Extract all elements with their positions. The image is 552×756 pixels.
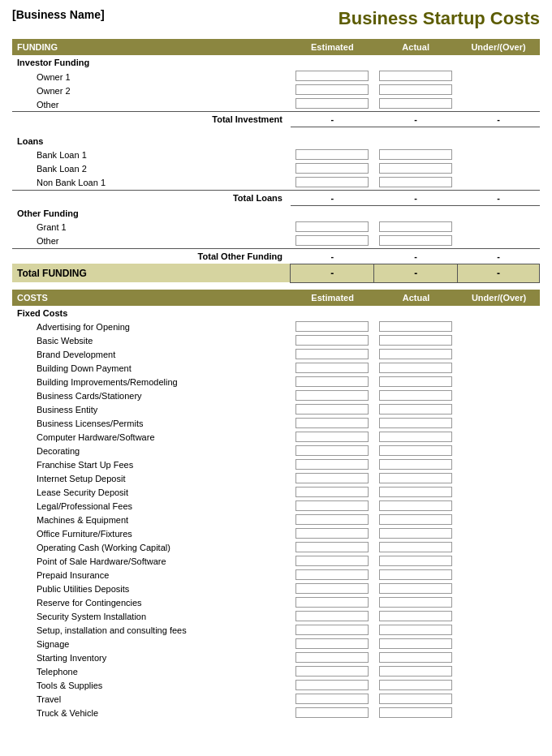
building-improvements-row: Building Improvements/Remodeling <box>12 376 540 389</box>
non-bank-loan1-actual-input[interactable] <box>379 177 452 187</box>
grant1-actual-input[interactable] <box>379 221 452 232</box>
other-funding-other-estimated-input[interactable] <box>295 235 369 246</box>
lease-security-estimated-input[interactable] <box>295 487 369 497</box>
bank-loan1-estimated-input[interactable] <box>295 149 369 160</box>
public-utilities-actual-input[interactable] <box>379 583 452 594</box>
funding-under-over-header: Under/(Over) <box>458 39 540 55</box>
owner1-label: Owner 1 <box>12 70 291 84</box>
investor-other-actual-input[interactable] <box>379 98 452 109</box>
computer-hardware-estimated-input[interactable] <box>295 432 369 442</box>
bank-loan1-row: Bank Loan 1 <box>12 148 540 162</box>
franchise-actual-input[interactable] <box>379 459 452 470</box>
advertising-actual-input[interactable] <box>379 321 452 332</box>
truck-vehicle-label: Truck & Vehicle <box>12 707 291 720</box>
setup-installation-estimated-input[interactable] <box>295 625 369 635</box>
basic-website-actual-input[interactable] <box>379 335 452 346</box>
reserve-contingencies-actual-input[interactable] <box>379 597 452 608</box>
tools-supplies-actual-input[interactable] <box>379 680 452 690</box>
non-bank-loan1-estimated-input[interactable] <box>295 177 369 187</box>
grant1-estimated-input[interactable] <box>295 221 369 232</box>
computer-hardware-actual-input[interactable] <box>379 432 452 442</box>
building-improvements-actual-input[interactable] <box>379 376 452 387</box>
internet-setup-actual-input[interactable] <box>379 473 452 483</box>
business-cards-estimated-input[interactable] <box>295 390 369 401</box>
bank-loan2-actual-input[interactable] <box>379 163 452 174</box>
brand-development-estimated-input[interactable] <box>295 349 369 359</box>
funding-label: FUNDING <box>12 39 291 55</box>
security-system-estimated-input[interactable] <box>295 611 369 621</box>
decorating-estimated-input[interactable] <box>295 445 369 456</box>
building-improvements-estimated-input[interactable] <box>295 376 369 387</box>
grant1-label: Grant 1 <box>12 221 291 234</box>
truck-vehicle-estimated-input[interactable] <box>295 707 369 718</box>
franchise-row: Franchise Start Up Fees <box>12 458 540 472</box>
machines-equipment-actual-input[interactable] <box>379 514 452 525</box>
starting-inventory-estimated-input[interactable] <box>295 652 369 663</box>
other-funding-other-actual-input[interactable] <box>379 235 452 246</box>
reserve-contingencies-estimated-input[interactable] <box>295 597 369 608</box>
operating-cash-estimated-input[interactable] <box>295 542 369 552</box>
franchise-estimated-input[interactable] <box>295 459 369 470</box>
prepaid-insurance-estimated-input[interactable] <box>295 569 369 580</box>
owner2-actual-input[interactable] <box>379 84 452 95</box>
building-down-payment-estimated-input[interactable] <box>295 363 369 373</box>
truck-vehicle-actual-input[interactable] <box>379 707 452 718</box>
owner2-estimated-input[interactable] <box>295 84 369 95</box>
reserve-contingencies-row: Reserve for Contingencies <box>12 596 540 610</box>
business-cards-label: Business Cards/Stationery <box>12 389 291 403</box>
public-utilities-estimated-input[interactable] <box>295 583 369 594</box>
investor-other-estimated-input[interactable] <box>295 98 369 109</box>
operating-cash-actual-input[interactable] <box>379 542 452 552</box>
computer-hardware-label: Computer Hardware/Software <box>12 431 291 445</box>
tools-supplies-estimated-input[interactable] <box>295 680 369 690</box>
owner1-estimated-input[interactable] <box>295 71 369 81</box>
legal-professional-actual-input[interactable] <box>379 500 452 511</box>
total-funding-actual: - <box>374 264 458 282</box>
total-funding-label: Total FUNDING <box>12 264 291 282</box>
business-licenses-row: Business Licenses/Permits <box>12 417 540 431</box>
signage-estimated-input[interactable] <box>295 638 369 649</box>
office-furniture-row: Office Furniture/Fixtures <box>12 527 540 541</box>
prepaid-insurance-actual-input[interactable] <box>379 569 452 580</box>
business-licenses-estimated-input[interactable] <box>295 418 369 428</box>
office-furniture-actual-input[interactable] <box>379 528 452 539</box>
business-entity-actual-input[interactable] <box>379 404 452 415</box>
security-system-row: Security System Installation <box>12 610 540 624</box>
decorating-actual-input[interactable] <box>379 445 452 456</box>
point-of-sale-estimated-input[interactable] <box>295 556 369 566</box>
brand-development-label: Brand Development <box>12 348 291 362</box>
owner2-estimated <box>291 84 374 97</box>
owner1-row: Owner 1 <box>12 70 540 84</box>
non-bank-loan1-actual <box>374 176 458 191</box>
security-system-actual-input[interactable] <box>379 611 452 621</box>
legal-professional-estimated-input[interactable] <box>295 500 369 511</box>
bank-loan2-estimated-input[interactable] <box>295 163 369 174</box>
point-of-sale-actual-input[interactable] <box>379 556 452 566</box>
owner1-actual-input[interactable] <box>379 71 452 81</box>
telephone-actual-input[interactable] <box>379 666 452 677</box>
building-down-payment-actual-input[interactable] <box>379 363 452 373</box>
bank-loan1-actual-input[interactable] <box>379 149 452 160</box>
signage-actual-input[interactable] <box>379 638 452 649</box>
travel-estimated-input[interactable] <box>295 694 369 704</box>
lease-security-actual-input[interactable] <box>379 487 452 497</box>
office-furniture-estimated-input[interactable] <box>295 528 369 539</box>
basic-website-estimated-input[interactable] <box>295 335 369 346</box>
starting-inventory-actual-input[interactable] <box>379 652 452 663</box>
machines-equipment-estimated-input[interactable] <box>295 514 369 525</box>
costs-estimated-header: Estimated <box>291 290 374 306</box>
advertising-estimated-input[interactable] <box>295 321 369 332</box>
non-bank-loan1-row: Non Bank Loan 1 <box>12 176 540 191</box>
telephone-estimated-input[interactable] <box>295 666 369 677</box>
bank-loan2-under-over <box>458 162 540 176</box>
business-licenses-actual-input[interactable] <box>379 418 452 428</box>
internet-setup-estimated-input[interactable] <box>295 473 369 483</box>
machines-equipment-row: Machines & Equipment <box>12 513 540 527</box>
travel-actual-input[interactable] <box>379 694 452 704</box>
bank-loan2-row: Bank Loan 2 <box>12 162 540 176</box>
business-cards-actual-input[interactable] <box>379 390 452 401</box>
owner2-label: Owner 2 <box>12 84 291 97</box>
business-entity-estimated-input[interactable] <box>295 404 369 415</box>
brand-development-actual-input[interactable] <box>379 349 452 359</box>
setup-installation-actual-input[interactable] <box>379 625 452 635</box>
